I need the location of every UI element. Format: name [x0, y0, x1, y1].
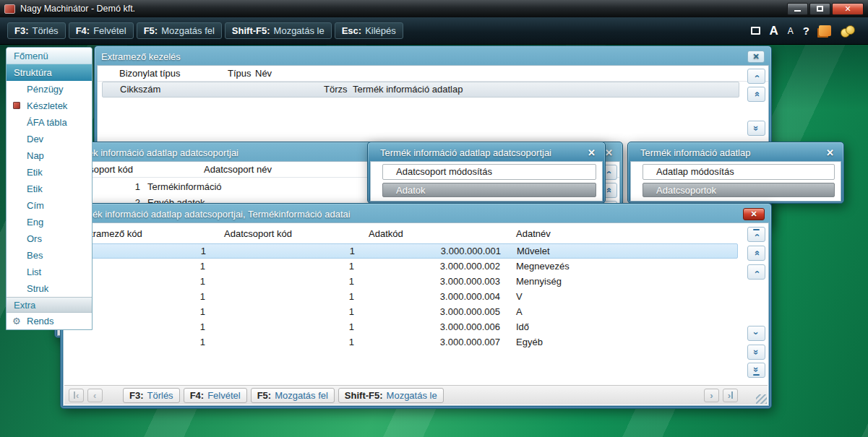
item-label: Ors — [27, 233, 42, 244]
window-titlebar[interactable]: Termék információ adatlap adatcsoportjai… — [370, 144, 603, 161]
footer-button-f5[interactable]: F5:Mozgatás fel — [251, 388, 335, 403]
scroll-page-down-button[interactable]: » — [747, 345, 765, 360]
scroll-down-button[interactable]: › — [747, 326, 765, 341]
app-title: Nagy Machinátor - Demó kft. — [20, 4, 135, 14]
scroll-to-top-button[interactable]: › — [747, 227, 765, 242]
close-window-button[interactable]: ✕ — [823, 147, 837, 158]
sidebar-item-struktura[interactable]: Struktúra — [7, 64, 92, 81]
nav-last-button[interactable]: › — [723, 389, 738, 402]
cell-adatnev: Művelet — [504, 246, 737, 256]
box-icon — [13, 102, 20, 109]
nav-first-button[interactable]: › — [69, 389, 84, 402]
footer-button-f3[interactable]: F3:Törlés — [123, 388, 180, 403]
resize-grip[interactable] — [756, 394, 767, 404]
sidebar-item[interactable]: Bes — [7, 247, 92, 264]
sidebar-item-rendszer[interactable]: ⚙Rends — [7, 313, 92, 329]
window-titlebar[interactable]: Extramező kezelés ✕ — [97, 48, 769, 65]
font-decrease-icon[interactable]: A — [788, 27, 794, 35]
window-controls: ✕ — [787, 3, 864, 15]
close-window-button[interactable]: ✕ — [743, 208, 765, 220]
nav-prev-button[interactable]: › — [87, 389, 103, 402]
font-increase-icon[interactable]: A — [770, 25, 778, 37]
bar-icon — [753, 229, 760, 230]
bar-icon — [731, 391, 733, 399]
toolbar-button-f3[interactable]: F3:Törlés — [7, 22, 66, 39]
close-button[interactable]: ✕ — [832, 3, 864, 15]
toolbar-button-f4[interactable]: F4:Felvétel — [69, 22, 134, 39]
maximize-icon — [817, 6, 823, 12]
maximize-button[interactable] — [809, 3, 830, 15]
table-row[interactable]: 1 1 3.000.000.002 Megnevezés — [68, 259, 738, 274]
sidebar-item[interactable]: Struk — [7, 280, 92, 297]
scroll-page-up-button[interactable]: » — [747, 87, 765, 102]
window-termekinformacio-adatai: Termék információ adatlap adatcsoportjai… — [60, 203, 772, 409]
toolbar-right-icons: A A ? — [751, 25, 861, 37]
chevron-left-icon: › — [93, 391, 96, 400]
help-icon[interactable]: ? — [803, 25, 809, 37]
table-row[interactable]: 1 1 3.000.000.006 Idő — [68, 319, 738, 334]
item-label: ÁFA tábla — [27, 117, 67, 128]
table-row[interactable]: 1 1 3.000.000.007 Egyéb — [68, 334, 738, 350]
sidebar-item[interactable]: Cím — [7, 197, 92, 214]
sidebar-item-keszletek[interactable]: Készletek — [7, 98, 92, 114]
sidebar-group-extra[interactable]: Extra — [7, 297, 92, 313]
key-label: Shift-F5: — [232, 25, 270, 36]
column-header: Adatcsoport kód — [208, 228, 357, 239]
action-label: Felvétel — [207, 390, 241, 401]
footer-button-f4[interactable]: F4:Felvétel — [184, 388, 247, 403]
chevron-double-up-icon: » — [752, 251, 761, 256]
cell-adatcsoport-kod: 1 — [208, 306, 357, 317]
scroll-up-button[interactable]: › — [747, 69, 765, 84]
sidebar-header-fomenu: Főmenü — [7, 48, 92, 64]
scroll-page-down-button[interactable]: » — [747, 121, 765, 136]
footer-button-shift-f5[interactable]: Shift-F5:Mozgatás le — [338, 388, 444, 403]
table-row[interactable]: Cikkszám Törzs Termék információ adatlap — [102, 82, 739, 98]
item-label: Cím — [27, 200, 44, 211]
cell-adatcsoport-nev: Termékinformáció — [147, 179, 222, 195]
menu-item-adatok[interactable]: Adatok — [382, 183, 596, 197]
close-window-button[interactable]: ✕ — [747, 51, 765, 63]
minimize-button[interactable] — [787, 3, 808, 15]
documents-icon[interactable] — [819, 25, 831, 36]
coins-icon[interactable] — [841, 25, 855, 37]
menu-item-adatlap-modositas[interactable]: Adatlap módosítás — [643, 164, 835, 180]
close-window-button[interactable]: ✕ — [585, 147, 598, 158]
screen: Nagy Machinátor - Demó kft. ✕ F3:Törlés … — [0, 0, 868, 437]
action-label: Mozgatás le — [387, 390, 437, 401]
window-footer: › › F3:Törlés F4:Felvétel F5:Mozgatás fe… — [64, 385, 768, 404]
sidebar-item[interactable]: Etik — [7, 164, 92, 181]
window-titlebar[interactable]: Termék információ adatlap ✕ — [630, 144, 841, 161]
sidebar-item[interactable]: Ors — [7, 230, 92, 247]
sidebar-item[interactable]: List — [7, 264, 92, 280]
scroll-up-button[interactable]: › — [747, 264, 765, 280]
chevron-up-icon: › — [752, 233, 761, 236]
item-label: Struk — [27, 283, 48, 294]
sidebar-item[interactable]: Dev — [7, 131, 92, 147]
toolbar-button-f5[interactable]: F5:Mozgatás fel — [137, 22, 222, 39]
toolbar-button-esc[interactable]: Esc:Kilépés — [335, 22, 403, 39]
toolbar-button-shift-f5[interactable]: Shift-F5:Mozgatás le — [225, 22, 332, 39]
sidebar-item-afa-tabla[interactable]: ÁFA tábla — [7, 114, 92, 131]
sidebar-item[interactable]: Etik — [7, 181, 92, 197]
scroll-to-bottom-button[interactable]: » — [747, 363, 765, 378]
window-title-text: Termék információ adatlap — [635, 147, 750, 158]
sidebar-item[interactable]: Eng — [7, 214, 92, 230]
key-label: F4: — [76, 25, 90, 36]
item-label: Készletek — [27, 100, 67, 111]
menu-item-adatcsoportok[interactable]: Adatcsoportok — [643, 183, 835, 197]
chevron-right-icon: › — [710, 391, 713, 400]
table-row[interactable]: 1 1 3.000.000.003 Mennyiség — [68, 274, 738, 289]
title-bar[interactable]: Nagy Machinátor - Demó kft. ✕ — [0, 0, 868, 17]
table-row[interactable]: 1 1 3.000.000.005 A — [68, 304, 738, 319]
sidebar-item[interactable]: Nap — [7, 147, 92, 164]
window-restore-icon[interactable] — [751, 27, 760, 35]
item-label: Bes — [27, 250, 43, 261]
nav-next-button[interactable]: › — [704, 389, 719, 402]
scroll-page-up-button[interactable]: » — [747, 246, 765, 261]
table-row-selected[interactable]: 1 1 3.000.000.001 Művelet — [68, 243, 738, 259]
sidebar-item-penzugy[interactable]: Pénzügy — [7, 81, 92, 98]
chevron-double-down-icon: » — [752, 350, 761, 355]
window-titlebar[interactable]: Termék információ adatlap adatcsoportjai… — [63, 206, 769, 222]
table-row[interactable]: 1 1 3.000.000.004 V — [68, 289, 738, 304]
menu-item-adatcsoport-modositas[interactable]: Adatcsoport módosítás — [382, 164, 596, 180]
